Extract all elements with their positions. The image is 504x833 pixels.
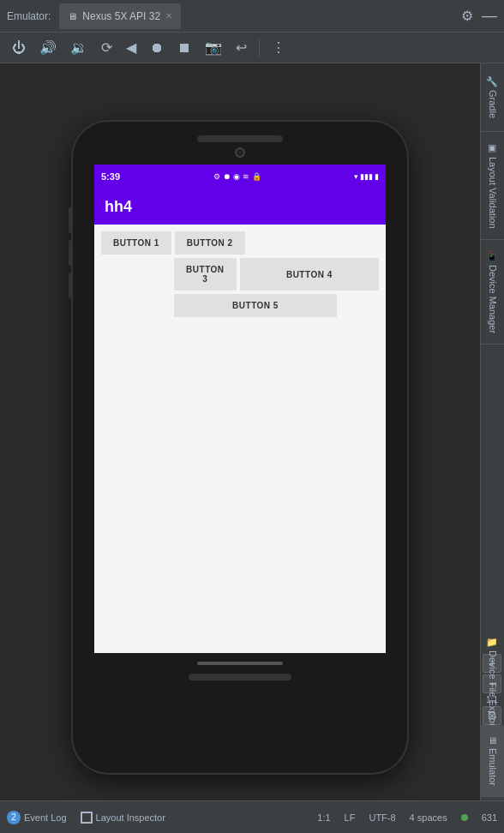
green-status-dot: [461, 814, 468, 821]
button-1[interactable]: BUTTON 1: [101, 231, 171, 255]
layout-inspector-label: Layout Inspector: [96, 812, 165, 823]
phone-speaker-top: [197, 135, 283, 142]
phone-bottom-bar: [197, 662, 283, 665]
phone-screen[interactable]: 5:39 ⚙ ⏺ ◉ ≋ 🔒 ▾ ▮▮▮ ▮: [94, 165, 386, 653]
stop-button[interactable]: ⏹: [172, 37, 196, 59]
device-file-explorer-icon: 📁: [487, 636, 498, 647]
settings-icon[interactable]: ⚙: [461, 8, 473, 24]
volume-down-side-button: [69, 273, 72, 298]
button-2[interactable]: BUTTON 2: [175, 231, 245, 255]
layout-inspector-icon: [81, 812, 93, 824]
minimize-icon[interactable]: —: [482, 7, 497, 25]
screen-content: BUTTON 1 BUTTON 2 BUTTON 3 BUTTON 4 BUTT…: [94, 225, 386, 324]
power-side-button: [69, 207, 72, 233]
button-5[interactable]: BUTTON 5: [174, 294, 337, 317]
tab-label: Nexus 5X API 32: [82, 10, 160, 22]
emulator-side-icon: 🖥: [488, 735, 498, 745]
more-options-button[interactable]: ⋮: [267, 36, 291, 59]
layout-validation-icon: ▣: [487, 142, 498, 153]
wifi-icon: ▾: [354, 172, 358, 181]
device-manager-label: Device Manager: [488, 265, 498, 333]
layout-inspector-button[interactable]: Layout Inspector: [81, 812, 165, 824]
bottom-status-info: 1:1 LF UTF-8 4 spaces 631: [317, 812, 497, 823]
power-button[interactable]: ⏻: [7, 37, 31, 59]
top-bar: Emulator: 🖥 Nexus 5X API 32 ✕ ⚙ —: [0, 0, 504, 33]
status-bar: 5:39 ⚙ ⏺ ◉ ≋ 🔒 ▾ ▮▮▮ ▮: [94, 165, 386, 189]
event-log-button[interactable]: 2 Event Log: [7, 811, 67, 824]
sidebar-item-layout-validation[interactable]: ▣ Layout Validation: [481, 132, 504, 240]
emulator-area: 5:39 ⚙ ⏺ ◉ ≋ 🔒 ▾ ▮▮▮ ▮: [0, 63, 480, 831]
sidebar-item-device-manager[interactable]: 📱 Device Manager: [481, 240, 504, 345]
bottom-bar: 2 Event Log Layout Inspector 1:1 LF UTF-…: [0, 800, 504, 833]
record-status-icon: ⏺: [223, 172, 231, 181]
phone-speaker-bottom: [189, 674, 291, 680]
device-manager-icon: 📱: [487, 250, 498, 261]
status-number: 631: [482, 812, 497, 823]
emulator-tab[interactable]: 🖥 Nexus 5X API 32 ✕: [59, 3, 181, 29]
main-area: 5:39 ⚙ ⏺ ◉ ≋ 🔒 ▾ ▮▮▮ ▮: [0, 63, 504, 831]
phone-camera: [235, 147, 245, 158]
sidebar-item-emulator[interactable]: 🖥 Emulator: [481, 725, 504, 797]
button-row-3: BUTTON 5: [174, 294, 379, 317]
network-status-icon: ≋: [243, 172, 249, 181]
back-button[interactable]: ◀: [121, 36, 141, 59]
settings-status-icon: ⚙: [213, 172, 220, 181]
phone-left-buttons: [69, 207, 72, 298]
status-icons: ⚙ ⏺ ◉ ≋ 🔒: [213, 172, 261, 181]
emulator-side-label: Emulator: [488, 748, 498, 786]
location-status-icon: ◉: [233, 172, 240, 181]
status-time: 5:39: [101, 171, 120, 182]
layout-validation-label: Layout Validation: [488, 157, 498, 229]
home-button[interactable]: ⏺: [145, 37, 169, 59]
tab-close-button[interactable]: ✕: [165, 11, 172, 21]
volume-down-button[interactable]: 🔉: [65, 36, 93, 59]
button-row-1: BUTTON 1 BUTTON 2: [101, 231, 379, 255]
app-bar: hh4: [94, 189, 386, 225]
gradle-icon: 🔧: [487, 75, 498, 87]
sidebar-item-gradle[interactable]: 🔧 Gradle: [481, 63, 504, 132]
phone-frame: 5:39 ⚙ ⏺ ◉ ≋ 🔒 ▾ ▮▮▮ ▮: [73, 122, 407, 773]
volume-up-button[interactable]: 🔊: [34, 36, 62, 59]
status-spaces: 4 spaces: [410, 812, 447, 823]
device-file-explorer-label: Device File Explorer: [488, 650, 498, 734]
screenshot-button[interactable]: 📷: [200, 36, 227, 59]
volume-up-side-button: [69, 240, 72, 266]
button-4[interactable]: BUTTON 4: [240, 258, 379, 291]
signal-icon: ▮▮▮: [360, 172, 373, 181]
app-title: hh4: [105, 198, 132, 216]
rotate-button[interactable]: ⟳: [96, 36, 117, 59]
undo-button[interactable]: ↩: [231, 36, 252, 59]
button-3[interactable]: BUTTON 3: [174, 258, 237, 291]
button-row-2: BUTTON 3 BUTTON 4: [174, 258, 379, 291]
emulator-label: Emulator:: [7, 10, 51, 22]
gradle-label: Gradle: [488, 90, 498, 118]
side-panel: 🔧 Gradle ▣ Layout Validation 📱 Device Ma…: [480, 63, 504, 831]
status-right-icons: ▾ ▮▮▮ ▮: [354, 172, 379, 181]
battery-icon: ▮: [375, 172, 379, 181]
toolbar: ⏻ 🔊 🔉 ⟳ ◀ ⏺ ⏹ 📷 ↩ ⋮: [0, 33, 504, 63]
tab-device-icon: 🖥: [68, 11, 77, 21]
event-log-label: Event Log: [24, 812, 67, 823]
status-position: 1:1: [317, 812, 330, 823]
status-encoding: UTF-8: [369, 812, 395, 823]
toolbar-separator: [259, 39, 260, 57]
status-lf: LF: [345, 812, 356, 823]
lock-status-icon: 🔒: [252, 172, 261, 181]
event-log-badge: 2: [7, 811, 21, 824]
